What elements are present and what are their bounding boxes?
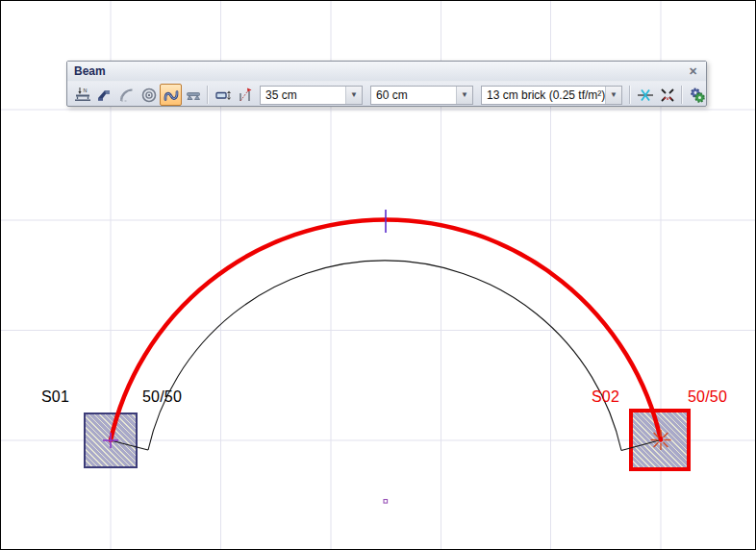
toolbar-separator bbox=[629, 86, 631, 104]
beam-toolbar-title: Beam bbox=[74, 64, 686, 78]
beam-width-value: 35 cm bbox=[261, 87, 345, 104]
snap-intersection-button[interactable] bbox=[634, 84, 656, 106]
wall-load-combo[interactable]: 13 cm brick (0.25 tf/m²) ▼ bbox=[481, 86, 622, 105]
column-label-s01: S01 bbox=[41, 388, 69, 406]
column-s02-selected[interactable] bbox=[629, 409, 691, 471]
column-section-label-s01: 50/50 bbox=[142, 388, 182, 406]
dropdown-arrow-icon[interactable]: ▼ bbox=[605, 87, 621, 104]
spline-beam-icon bbox=[163, 87, 180, 104]
column-label-s02: S02 bbox=[592, 388, 619, 406]
column-s01[interactable] bbox=[84, 412, 138, 468]
straight-beam-button[interactable]: N bbox=[71, 84, 93, 106]
circle-beam-icon bbox=[140, 87, 158, 104]
arc-beam-icon bbox=[118, 87, 136, 104]
drawing-canvas[interactable]: S01 50/50 S02 50/50 Beam ✕ N bbox=[0, 0, 756, 550]
straight-beam-icon: N bbox=[74, 87, 91, 104]
wall-load-value: 13 cm brick (0.25 tf/m²) bbox=[482, 87, 605, 104]
snap-clear-icon bbox=[659, 87, 676, 104]
beam-depth-combo[interactable]: 60 cm ▼ bbox=[370, 86, 473, 105]
settings-gears-icon bbox=[689, 87, 706, 104]
beam-3d-icon bbox=[96, 87, 113, 104]
slope-angle-icon bbox=[237, 87, 254, 104]
red-arc-beam-selected[interactable] bbox=[111, 219, 661, 440]
beam-3d-button[interactable] bbox=[93, 84, 115, 106]
snap-clear-button[interactable] bbox=[656, 84, 678, 106]
arc-center-marker bbox=[384, 500, 388, 504]
dropdown-arrow-icon[interactable]: ▼ bbox=[456, 87, 472, 104]
spline-beam-button-selected[interactable] bbox=[160, 84, 182, 106]
black-arc-beam[interactable] bbox=[148, 261, 621, 451]
close-icon[interactable]: ✕ bbox=[686, 64, 700, 79]
arc-beam-button[interactable] bbox=[115, 84, 138, 106]
beam-depth-value: 60 cm bbox=[371, 87, 456, 104]
beam-toolbar-buttons-row: N bbox=[67, 82, 706, 108]
toolbar-separator bbox=[207, 86, 209, 104]
toolbar-separator bbox=[681, 86, 683, 104]
column-section-label-s02: 50/50 bbox=[688, 388, 727, 406]
section-dimensions-button[interactable] bbox=[212, 84, 234, 106]
section-dimensions-icon bbox=[214, 87, 232, 104]
svg-text:N: N bbox=[83, 87, 87, 92]
settings-gears-button[interactable] bbox=[686, 84, 708, 106]
dropdown-arrow-icon[interactable]: ▼ bbox=[345, 87, 362, 104]
beam-toolbar-titlebar[interactable]: Beam ✕ bbox=[67, 62, 706, 82]
beam-supports-icon bbox=[185, 87, 202, 104]
slope-angle-button[interactable] bbox=[234, 84, 256, 106]
circle-beam-button[interactable] bbox=[138, 84, 160, 106]
beam-toolbar: Beam ✕ N bbox=[66, 61, 707, 107]
snap-intersection-icon bbox=[637, 87, 654, 104]
beam-width-combo[interactable]: 35 cm ▼ bbox=[260, 86, 363, 105]
beam-supports-button[interactable] bbox=[182, 84, 204, 106]
